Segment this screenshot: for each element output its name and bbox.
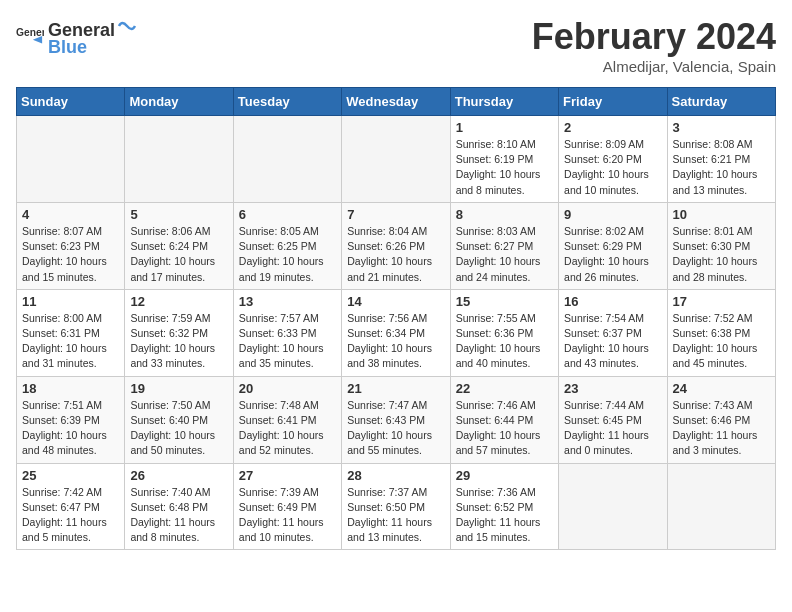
calendar-week-1: 1Sunrise: 8:10 AM Sunset: 6:19 PM Daylig… bbox=[17, 116, 776, 203]
day-info: Sunrise: 7:48 AM Sunset: 6:41 PM Dayligh… bbox=[239, 398, 336, 459]
weekday-header-wednesday: Wednesday bbox=[342, 88, 450, 116]
weekday-header-sunday: Sunday bbox=[17, 88, 125, 116]
day-number: 6 bbox=[239, 207, 336, 222]
location-subtitle: Almedijar, Valencia, Spain bbox=[532, 58, 776, 75]
day-info: Sunrise: 8:03 AM Sunset: 6:27 PM Dayligh… bbox=[456, 224, 553, 285]
day-info: Sunrise: 7:37 AM Sunset: 6:50 PM Dayligh… bbox=[347, 485, 444, 546]
calendar-cell bbox=[17, 116, 125, 203]
calendar-week-5: 25Sunrise: 7:42 AM Sunset: 6:47 PM Dayli… bbox=[17, 463, 776, 550]
weekday-header-friday: Friday bbox=[559, 88, 667, 116]
day-info: Sunrise: 7:39 AM Sunset: 6:49 PM Dayligh… bbox=[239, 485, 336, 546]
calendar-cell: 12Sunrise: 7:59 AM Sunset: 6:32 PM Dayli… bbox=[125, 289, 233, 376]
day-info: Sunrise: 8:06 AM Sunset: 6:24 PM Dayligh… bbox=[130, 224, 227, 285]
page-header: General General Blue February 2024 Almed… bbox=[16, 16, 776, 75]
calendar-cell bbox=[125, 116, 233, 203]
calendar-cell: 21Sunrise: 7:47 AM Sunset: 6:43 PM Dayli… bbox=[342, 376, 450, 463]
day-number: 19 bbox=[130, 381, 227, 396]
title-section: February 2024 Almedijar, Valencia, Spain bbox=[532, 16, 776, 75]
day-number: 24 bbox=[673, 381, 770, 396]
weekday-header-monday: Monday bbox=[125, 88, 233, 116]
day-info: Sunrise: 7:50 AM Sunset: 6:40 PM Dayligh… bbox=[130, 398, 227, 459]
calendar-cell: 6Sunrise: 8:05 AM Sunset: 6:25 PM Daylig… bbox=[233, 202, 341, 289]
calendar-cell: 16Sunrise: 7:54 AM Sunset: 6:37 PM Dayli… bbox=[559, 289, 667, 376]
calendar-cell: 17Sunrise: 7:52 AM Sunset: 6:38 PM Dayli… bbox=[667, 289, 775, 376]
calendar-cell: 19Sunrise: 7:50 AM Sunset: 6:40 PM Dayli… bbox=[125, 376, 233, 463]
day-number: 16 bbox=[564, 294, 661, 309]
day-number: 28 bbox=[347, 468, 444, 483]
day-number: 12 bbox=[130, 294, 227, 309]
day-info: Sunrise: 8:07 AM Sunset: 6:23 PM Dayligh… bbox=[22, 224, 119, 285]
weekday-header-row: SundayMondayTuesdayWednesdayThursdayFrid… bbox=[17, 88, 776, 116]
weekday-header-saturday: Saturday bbox=[667, 88, 775, 116]
calendar-cell: 27Sunrise: 7:39 AM Sunset: 6:49 PM Dayli… bbox=[233, 463, 341, 550]
weekday-header-tuesday: Tuesday bbox=[233, 88, 341, 116]
calendar-cell bbox=[559, 463, 667, 550]
day-info: Sunrise: 8:04 AM Sunset: 6:26 PM Dayligh… bbox=[347, 224, 444, 285]
day-number: 5 bbox=[130, 207, 227, 222]
calendar-cell: 11Sunrise: 8:00 AM Sunset: 6:31 PM Dayli… bbox=[17, 289, 125, 376]
calendar-cell: 7Sunrise: 8:04 AM Sunset: 6:26 PM Daylig… bbox=[342, 202, 450, 289]
day-info: Sunrise: 7:47 AM Sunset: 6:43 PM Dayligh… bbox=[347, 398, 444, 459]
day-info: Sunrise: 8:02 AM Sunset: 6:29 PM Dayligh… bbox=[564, 224, 661, 285]
day-number: 8 bbox=[456, 207, 553, 222]
day-number: 15 bbox=[456, 294, 553, 309]
day-info: Sunrise: 7:57 AM Sunset: 6:33 PM Dayligh… bbox=[239, 311, 336, 372]
day-number: 20 bbox=[239, 381, 336, 396]
day-number: 2 bbox=[564, 120, 661, 135]
logo: General General Blue bbox=[16, 16, 139, 58]
calendar-cell: 2Sunrise: 8:09 AM Sunset: 6:20 PM Daylig… bbox=[559, 116, 667, 203]
calendar-cell: 23Sunrise: 7:44 AM Sunset: 6:45 PM Dayli… bbox=[559, 376, 667, 463]
svg-text:General: General bbox=[16, 27, 44, 38]
day-number: 9 bbox=[564, 207, 661, 222]
calendar-cell: 9Sunrise: 8:02 AM Sunset: 6:29 PM Daylig… bbox=[559, 202, 667, 289]
day-info: Sunrise: 7:46 AM Sunset: 6:44 PM Dayligh… bbox=[456, 398, 553, 459]
day-number: 11 bbox=[22, 294, 119, 309]
day-number: 3 bbox=[673, 120, 770, 135]
day-info: Sunrise: 7:59 AM Sunset: 6:32 PM Dayligh… bbox=[130, 311, 227, 372]
day-info: Sunrise: 8:10 AM Sunset: 6:19 PM Dayligh… bbox=[456, 137, 553, 198]
day-number: 29 bbox=[456, 468, 553, 483]
day-info: Sunrise: 7:36 AM Sunset: 6:52 PM Dayligh… bbox=[456, 485, 553, 546]
calendar-cell: 20Sunrise: 7:48 AM Sunset: 6:41 PM Dayli… bbox=[233, 376, 341, 463]
day-info: Sunrise: 7:54 AM Sunset: 6:37 PM Dayligh… bbox=[564, 311, 661, 372]
day-info: Sunrise: 8:05 AM Sunset: 6:25 PM Dayligh… bbox=[239, 224, 336, 285]
day-info: Sunrise: 7:42 AM Sunset: 6:47 PM Dayligh… bbox=[22, 485, 119, 546]
calendar-cell: 4Sunrise: 8:07 AM Sunset: 6:23 PM Daylig… bbox=[17, 202, 125, 289]
calendar-cell: 14Sunrise: 7:56 AM Sunset: 6:34 PM Dayli… bbox=[342, 289, 450, 376]
calendar-cell: 26Sunrise: 7:40 AM Sunset: 6:48 PM Dayli… bbox=[125, 463, 233, 550]
day-number: 21 bbox=[347, 381, 444, 396]
day-info: Sunrise: 7:56 AM Sunset: 6:34 PM Dayligh… bbox=[347, 311, 444, 372]
day-number: 23 bbox=[564, 381, 661, 396]
calendar-cell: 3Sunrise: 8:08 AM Sunset: 6:21 PM Daylig… bbox=[667, 116, 775, 203]
day-number: 18 bbox=[22, 381, 119, 396]
calendar-cell: 18Sunrise: 7:51 AM Sunset: 6:39 PM Dayli… bbox=[17, 376, 125, 463]
day-number: 10 bbox=[673, 207, 770, 222]
calendar-cell bbox=[342, 116, 450, 203]
day-info: Sunrise: 7:43 AM Sunset: 6:46 PM Dayligh… bbox=[673, 398, 770, 459]
day-info: Sunrise: 7:55 AM Sunset: 6:36 PM Dayligh… bbox=[456, 311, 553, 372]
calendar-cell: 29Sunrise: 7:36 AM Sunset: 6:52 PM Dayli… bbox=[450, 463, 558, 550]
logo-icon: General bbox=[16, 23, 44, 51]
day-number: 1 bbox=[456, 120, 553, 135]
calendar-cell: 10Sunrise: 8:01 AM Sunset: 6:30 PM Dayli… bbox=[667, 202, 775, 289]
calendar-cell: 1Sunrise: 8:10 AM Sunset: 6:19 PM Daylig… bbox=[450, 116, 558, 203]
logo-wave-icon bbox=[117, 16, 137, 36]
calendar-cell: 15Sunrise: 7:55 AM Sunset: 6:36 PM Dayli… bbox=[450, 289, 558, 376]
day-number: 4 bbox=[22, 207, 119, 222]
calendar-cell bbox=[667, 463, 775, 550]
day-number: 13 bbox=[239, 294, 336, 309]
day-number: 17 bbox=[673, 294, 770, 309]
calendar-cell bbox=[233, 116, 341, 203]
day-info: Sunrise: 7:40 AM Sunset: 6:48 PM Dayligh… bbox=[130, 485, 227, 546]
calendar-cell: 5Sunrise: 8:06 AM Sunset: 6:24 PM Daylig… bbox=[125, 202, 233, 289]
day-number: 7 bbox=[347, 207, 444, 222]
calendar-cell: 22Sunrise: 7:46 AM Sunset: 6:44 PM Dayli… bbox=[450, 376, 558, 463]
calendar-week-3: 11Sunrise: 8:00 AM Sunset: 6:31 PM Dayli… bbox=[17, 289, 776, 376]
day-info: Sunrise: 8:01 AM Sunset: 6:30 PM Dayligh… bbox=[673, 224, 770, 285]
calendar-week-2: 4Sunrise: 8:07 AM Sunset: 6:23 PM Daylig… bbox=[17, 202, 776, 289]
day-info: Sunrise: 7:52 AM Sunset: 6:38 PM Dayligh… bbox=[673, 311, 770, 372]
weekday-header-thursday: Thursday bbox=[450, 88, 558, 116]
day-info: Sunrise: 7:51 AM Sunset: 6:39 PM Dayligh… bbox=[22, 398, 119, 459]
day-number: 22 bbox=[456, 381, 553, 396]
day-info: Sunrise: 8:09 AM Sunset: 6:20 PM Dayligh… bbox=[564, 137, 661, 198]
